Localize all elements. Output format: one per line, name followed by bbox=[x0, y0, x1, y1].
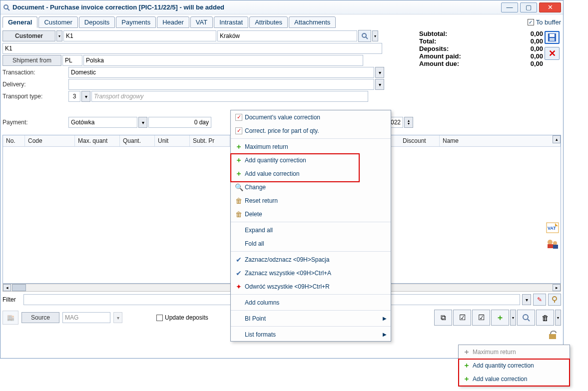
col-code[interactable]: Code bbox=[25, 135, 75, 146]
update-deposits-checkbox[interactable]: Update deposits bbox=[156, 314, 208, 321]
source-dropdown-button[interactable]: ▾ bbox=[113, 312, 122, 323]
cm-list-formats[interactable]: List formats▶ bbox=[231, 328, 391, 341]
source-button[interactable]: Source bbox=[21, 312, 59, 323]
transport-type-dropdown-button[interactable]: ▾ bbox=[81, 91, 90, 102]
col-subt-pr[interactable]: Subt. Pr bbox=[190, 135, 230, 146]
payment-method-field[interactable]: Gotówka bbox=[68, 117, 137, 128]
people-side-button[interactable] bbox=[545, 237, 560, 250]
tab-intrastat[interactable]: Intrastat bbox=[214, 16, 248, 28]
cm-add-quantity-correction[interactable]: ＋Add quantity correction bbox=[231, 153, 391, 167]
transport-type-number-field[interactable]: 3 bbox=[68, 91, 80, 102]
tab-attributes[interactable]: Attributes bbox=[249, 16, 288, 28]
amount-paid-label: Amount paid: bbox=[419, 52, 461, 60]
cm-fold-all[interactable]: Fold all bbox=[231, 237, 391, 250]
transport-type-name-field[interactable]: Transport drogowy bbox=[91, 91, 368, 102]
tab-deposits[interactable]: Deposits bbox=[79, 16, 115, 28]
cm-zaznacz-wszystkie[interactable]: ✔Zaznacz wszystkie <09H>Ctrl+A bbox=[231, 266, 391, 280]
tab-general[interactable]: General bbox=[2, 16, 37, 28]
tool-check2-button[interactable]: ☑ bbox=[472, 310, 490, 326]
amount-paid-value: 0,00 bbox=[531, 52, 543, 60]
lock-side-button[interactable] bbox=[545, 328, 560, 341]
filter-config-button[interactable] bbox=[548, 294, 561, 306]
tab-customer[interactable]: Customer bbox=[38, 16, 77, 28]
svg-point-2 bbox=[362, 33, 366, 37]
cm-delete[interactable]: 🗑Delete bbox=[231, 207, 391, 221]
warehouse-button[interactable]: 🏬 bbox=[2, 311, 18, 325]
tab-header[interactable]: Header bbox=[157, 16, 189, 28]
col-name[interactable]: Name bbox=[440, 135, 561, 146]
cm-add-value-correction[interactable]: ＋Add value correction bbox=[231, 167, 391, 180]
tool-add-expand-button[interactable]: ▾ bbox=[510, 310, 516, 326]
filter-apply-button[interactable]: ✎ bbox=[533, 294, 546, 306]
customer-code-field[interactable]: K1 bbox=[63, 30, 216, 41]
customer-name-field[interactable]: K1 bbox=[2, 43, 382, 54]
to-buffer-checkbox[interactable]: ✓ To buffer bbox=[528, 18, 561, 26]
cm-maximum-return[interactable]: ＋Maximum return bbox=[231, 140, 391, 153]
save-button[interactable] bbox=[545, 31, 560, 44]
cm-odwroc-wszystkie[interactable]: ✦Odwróć wszystkie <09H>Ctrl+R bbox=[231, 280, 391, 293]
cm-bi-point[interactable]: BI Point▶ bbox=[231, 312, 391, 325]
scroll-right-button[interactable]: ▸ bbox=[553, 284, 561, 291]
col-quant[interactable]: Quant. bbox=[120, 135, 155, 146]
tool-copy-button[interactable]: ⧉ bbox=[434, 310, 452, 326]
to-buffer-label: To buffer bbox=[536, 18, 561, 26]
scroll-thumb[interactable] bbox=[12, 284, 26, 291]
col-max-quant[interactable]: Max. quant bbox=[75, 135, 120, 146]
tool-delete-expand-button[interactable]: ▾ bbox=[555, 310, 561, 326]
svg-point-9 bbox=[523, 315, 528, 320]
cm-zaznacz-odznacz[interactable]: ✔Zaznacz/odznacz <09H>Spacja bbox=[231, 253, 391, 266]
close-button[interactable]: ✕ bbox=[539, 2, 561, 12]
cm-document-value-correction[interactable]: ✓Document's value correction bbox=[231, 110, 391, 124]
payment-method-dropdown-button[interactable]: ▾ bbox=[138, 117, 147, 128]
cm-change[interactable]: 🔍Change bbox=[231, 180, 391, 194]
svg-point-7 bbox=[553, 297, 557, 301]
tab-attachments[interactable]: Attachments bbox=[289, 16, 336, 28]
transaction-field[interactable]: Domestic bbox=[68, 67, 374, 78]
shipment-country-code-field[interactable]: PL bbox=[62, 55, 82, 66]
delivery-field[interactable] bbox=[68, 79, 374, 90]
payment-days-field[interactable]: 0 day bbox=[148, 117, 211, 128]
payment-date-spinner[interactable]: ▴▾ bbox=[404, 117, 413, 128]
svg-rect-14 bbox=[548, 244, 554, 248]
add-submenu: ＋Maximum return ＋Add quantity correction… bbox=[458, 345, 570, 386]
tab-vat[interactable]: VAT bbox=[190, 16, 213, 28]
customer-search-button[interactable] bbox=[358, 30, 371, 42]
cm-add-columns[interactable]: Add columns bbox=[231, 296, 391, 309]
tool-add-button[interactable]: ＋ bbox=[491, 310, 509, 326]
transaction-label: Transaction: bbox=[2, 69, 67, 76]
deposits-label: Deposits: bbox=[419, 45, 449, 52]
filter-dropdown-button[interactable]: ▾ bbox=[522, 294, 531, 305]
total-label: Total: bbox=[419, 37, 436, 45]
customer-city-field[interactable]: Kraków bbox=[217, 30, 357, 41]
cm-correct-price-part-qty[interactable]: ✓Correct. price for part of qty. bbox=[231, 124, 391, 137]
cancel-button[interactable]: ✕ bbox=[545, 47, 560, 60]
customer-expand-button[interactable]: ▾ bbox=[56, 30, 62, 41]
cm-expand-all[interactable]: Expand all bbox=[231, 223, 391, 237]
tool-check1-button[interactable]: ☑ bbox=[453, 310, 471, 326]
scroll-left-button[interactable]: ◂ bbox=[3, 284, 11, 291]
vat-side-button[interactable]: VAT bbox=[545, 221, 560, 234]
customer-search-expand-button[interactable]: ▾ bbox=[372, 30, 378, 41]
sm-add-value-correction[interactable]: ＋Add value correction bbox=[459, 372, 570, 386]
tab-payments[interactable]: Payments bbox=[116, 16, 156, 28]
context-menu: ✓Document's value correction ✓Correct. p… bbox=[230, 110, 391, 342]
sm-add-quantity-correction[interactable]: ＋Add quantity correction bbox=[459, 359, 570, 372]
col-no[interactable]: No. bbox=[3, 135, 25, 146]
source-field[interactable]: MAG bbox=[62, 312, 110, 323]
maximize-button[interactable]: ▢ bbox=[520, 2, 537, 12]
shipment-country-field[interactable]: Polska bbox=[83, 55, 363, 66]
col-discount[interactable]: Discount bbox=[400, 135, 440, 146]
col-unit[interactable]: Unit bbox=[155, 135, 190, 146]
scroll-up-button[interactable]: ▴ bbox=[553, 135, 561, 143]
customer-button[interactable]: Customer bbox=[2, 30, 55, 41]
delivery-dropdown-button[interactable]: ▾ bbox=[375, 79, 384, 90]
cm-reset-return[interactable]: 🗑Reset return bbox=[231, 194, 391, 207]
svg-rect-16 bbox=[553, 245, 558, 249]
minimize-button[interactable]: — bbox=[501, 2, 518, 12]
shipment-from-button[interactable]: Shipment from bbox=[2, 55, 61, 66]
total-value: 0,00 bbox=[531, 37, 543, 45]
tool-search-button[interactable] bbox=[517, 310, 535, 326]
tool-delete-button[interactable]: 🗑 bbox=[536, 310, 554, 326]
transaction-dropdown-button[interactable]: ▾ bbox=[375, 67, 384, 78]
sm-maximum-return[interactable]: ＋Maximum return bbox=[459, 345, 570, 359]
